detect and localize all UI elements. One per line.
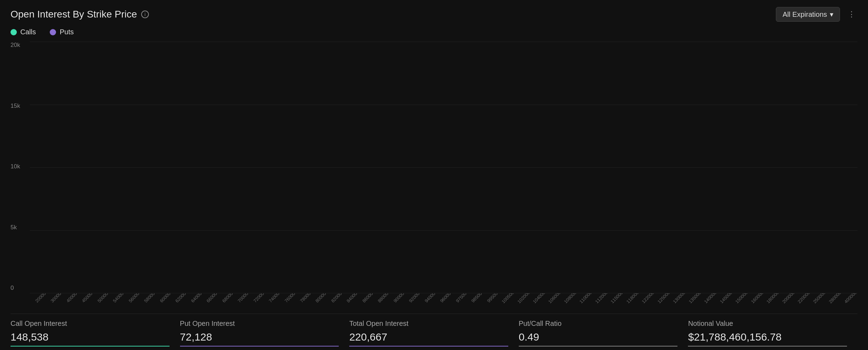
expiration-button[interactable]: All Expirations ▾ — [776, 7, 840, 22]
x-axis-label: 280000 — [828, 293, 842, 304]
x-axis-label: 140000 — [703, 293, 717, 304]
stat-call-oi: Call Open Interest 148,538 — [11, 320, 180, 343]
stat-put-oi: Put Open Interest 72,128 — [180, 320, 350, 343]
y-axis: 05k10k15k20k — [11, 42, 26, 292]
x-axis-label: 88000 — [376, 293, 391, 304]
x-axis-label: 180000 — [765, 293, 780, 304]
y-axis-label: 0 — [11, 285, 26, 292]
x-axis-label: 70000 — [236, 293, 250, 304]
ratio-label: Put/Call Ratio — [519, 320, 681, 328]
put-oi-value: 72,128 — [180, 331, 343, 343]
x-axis-label: 94000 — [423, 293, 437, 304]
x-axis-label: 98500 — [469, 293, 484, 304]
y-axis-label: 10k — [11, 163, 26, 170]
y-axis-label: 15k — [11, 103, 26, 110]
stat-put-call-ratio: Put/Call Ratio 0.49 — [519, 320, 688, 343]
x-axis-label: 30000 — [49, 293, 63, 304]
x-axis-label: 62000 — [173, 293, 188, 304]
x-axis-label: 160000 — [750, 293, 764, 304]
x-axis-label: 200000 — [781, 293, 795, 304]
x-axis-label: 78000 — [298, 293, 312, 304]
chevron-down-icon: ▾ — [830, 10, 833, 19]
total-oi-value: 220,667 — [349, 331, 512, 343]
x-axis-label: 112000 — [594, 293, 608, 304]
notional-label: Notional Value — [688, 320, 850, 328]
call-oi-label: Call Open Interest — [11, 320, 173, 328]
puts-label: Puts — [60, 28, 74, 36]
x-axis-label: 45000 — [80, 293, 95, 304]
x-axis-label: 86000 — [360, 293, 375, 304]
legend: Calls Puts — [11, 28, 857, 36]
x-axis-label: 50000 — [96, 293, 110, 304]
chart-plot — [30, 42, 857, 293]
title-area: Open Interest By Strike Price i — [11, 9, 149, 20]
x-axis-label: 58000 — [143, 293, 157, 304]
x-axis-label: 68000 — [220, 293, 235, 304]
stat-notional: Notional Value $21,788,460,156.78 — [688, 320, 857, 343]
header: Open Interest By Strike Price i All Expi… — [11, 7, 857, 22]
x-axis-label: 145000 — [719, 293, 733, 304]
calls-label: Calls — [20, 28, 36, 36]
x-labels: 2000030000400004500050000540005600058000… — [30, 295, 857, 301]
x-axis-label: 102000 — [516, 293, 531, 304]
x-axis-label: 96000 — [438, 293, 453, 304]
x-axis-label: 130000 — [672, 293, 686, 304]
x-axis-label: 220000 — [797, 293, 811, 304]
x-axis-label: 72000 — [252, 293, 266, 304]
x-axis-label: 108000 — [563, 293, 577, 304]
x-axis-label: 97500 — [454, 293, 468, 304]
legend-puts: Puts — [50, 28, 74, 36]
header-controls: All Expirations ▾ ⋮ — [776, 7, 857, 22]
x-axis-label: 80000 — [314, 293, 328, 304]
x-axis-label: 82000 — [329, 293, 344, 304]
chart-area: 05k10k15k20k 200003000040000450005000054… — [11, 42, 857, 311]
x-axis-label: 122000 — [641, 293, 655, 304]
x-axis-label: 106000 — [547, 293, 562, 304]
expiration-label: All Expirations — [783, 10, 827, 19]
stat-total-oi: Total Open Interest 220,667 — [349, 320, 519, 343]
page-title: Open Interest By Strike Price — [11, 9, 137, 20]
x-axis-label: 250000 — [812, 293, 827, 304]
x-axis-label: 20000 — [33, 293, 48, 304]
more-options-button[interactable]: ⋮ — [846, 8, 857, 21]
puts-dot — [50, 29, 56, 35]
y-axis-label: 20k — [11, 42, 26, 49]
put-oi-label: Put Open Interest — [180, 320, 343, 328]
ratio-value: 0.49 — [519, 331, 681, 343]
x-axis-label: 125000 — [656, 293, 671, 304]
x-axis-label: 92000 — [407, 293, 421, 304]
x-axis-label: 56000 — [127, 293, 141, 304]
x-axis-label: 110000 — [579, 293, 593, 304]
call-oi-value: 148,538 — [11, 331, 173, 343]
x-axis-label: 60000 — [158, 293, 172, 304]
main-container: Open Interest By Strike Price i All Expi… — [0, 0, 868, 350]
x-axis-label: 400000 — [843, 293, 857, 304]
x-axis-label: 100500 — [501, 293, 515, 304]
x-axis-label: 74000 — [267, 293, 281, 304]
x-axis-label: 90000 — [392, 293, 406, 304]
notional-value: $21,788,460,156.78 — [688, 331, 850, 343]
y-axis-label: 5k — [11, 224, 26, 231]
total-oi-label: Total Open Interest — [349, 320, 512, 328]
x-axis-label: 99500 — [485, 293, 500, 304]
legend-calls: Calls — [11, 28, 36, 36]
x-axis-label: 115000 — [610, 293, 624, 304]
x-axis-label: 64000 — [189, 293, 204, 304]
x-axis-label: 76000 — [283, 293, 297, 304]
x-axis: 2000030000400004500050000540005600058000… — [30, 293, 857, 311]
x-axis-label: 118000 — [625, 293, 640, 304]
info-icon[interactable]: i — [141, 10, 149, 18]
stats-bar: Call Open Interest 148,538 Put Open Inte… — [11, 314, 857, 350]
x-axis-label: 84000 — [345, 293, 359, 304]
bars-container — [30, 42, 857, 293]
x-axis-label: 150000 — [734, 293, 749, 304]
x-axis-label: 40000 — [64, 293, 79, 304]
x-axis-label: 135000 — [688, 293, 702, 304]
calls-dot — [11, 29, 17, 35]
x-axis-label: 104000 — [532, 293, 546, 304]
x-axis-label: 54000 — [111, 293, 126, 304]
x-axis-label: 66000 — [205, 293, 219, 304]
chart-inner: 2000030000400004500050000540005600058000… — [30, 42, 857, 311]
